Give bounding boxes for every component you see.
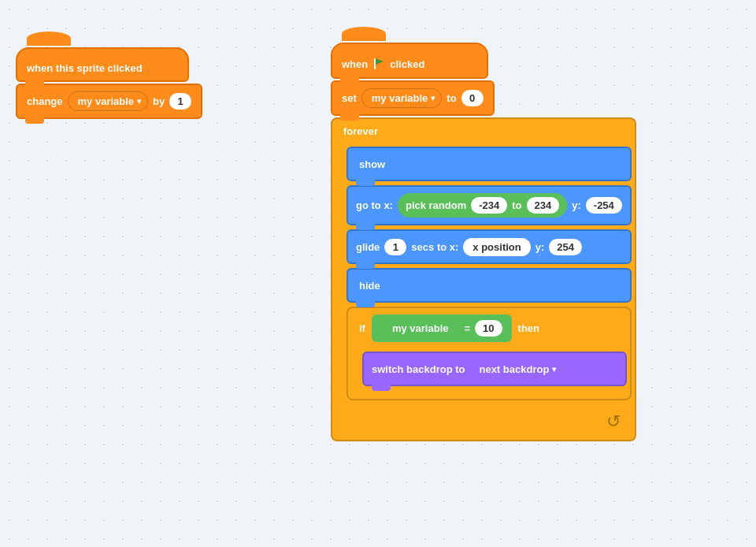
glide-y-input[interactable]: 254 — [549, 239, 582, 255]
switch-backdrop-label: switch backdrop to — [372, 363, 465, 375]
random-from-input[interactable]: -234 — [471, 197, 507, 214]
hide-block: hide — [346, 268, 632, 303]
to-label-set: to — [447, 92, 456, 104]
next-backdrop-dropdown[interactable]: next backdrop ▾ — [469, 360, 562, 378]
if-block: if my variable = 10 then — [346, 307, 632, 400]
set-value-input[interactable]: 0 — [461, 90, 484, 106]
when-flag-hat-label-clicked: clicked — [390, 58, 424, 70]
goto-y-input[interactable]: -254 — [586, 197, 622, 214]
glide-secs-input[interactable]: 1 — [384, 239, 406, 255]
forever-body: show go to x: pick random -234 to 234 y: — [331, 143, 636, 404]
switch-backdrop-block: switch backdrop to next backdrop ▾ — [362, 352, 627, 386]
go-to-block: go to x: pick random -234 to 234 y: -254 — [346, 185, 632, 225]
change-label: change — [27, 95, 63, 107]
glide-block: glide 1 secs to x: x position y: 254 — [346, 229, 632, 264]
svg-rect-0 — [374, 58, 376, 69]
flag-icon — [372, 57, 386, 71]
right-script: when clicked set my variable ▾ to 0 fore… — [331, 35, 636, 441]
if-header: if my variable = 10 then — [346, 307, 632, 348]
show-block: show — [346, 147, 632, 181]
to-label-random: to — [512, 199, 521, 211]
dropdown-arrow-set: ▾ — [431, 94, 435, 102]
svg-marker-1 — [376, 58, 384, 65]
then-label: then — [518, 322, 539, 334]
my-variable-dropdown-left[interactable]: my variable ▾ — [68, 91, 149, 111]
sprite-clicked-hat-label: when this sprite clicked — [27, 62, 143, 74]
condition-block: my variable = 10 — [372, 314, 512, 342]
pick-random-block: pick random -234 to 234 — [398, 193, 567, 218]
goto-y-label: y: — [572, 199, 581, 211]
if-body: switch backdrop to next backdrop ▾ — [346, 348, 632, 389]
set-label: set — [342, 92, 357, 104]
glide-secs-label: secs to x: — [411, 241, 458, 253]
repeat-arrow-icon: ↺ — [606, 411, 621, 432]
dropdown-arrow-left: ▾ — [137, 97, 141, 106]
my-variable-dropdown-set[interactable]: my variable ▾ — [361, 88, 443, 108]
glide-y-label: y: — [536, 241, 545, 253]
by-label: by — [153, 95, 165, 107]
change-value-input[interactable]: 1 — [169, 93, 191, 110]
x-position-oval: x position — [463, 238, 530, 256]
random-to-input[interactable]: 234 — [527, 197, 560, 214]
forever-footer: ↺ — [331, 404, 636, 441]
show-label: show — [359, 158, 385, 170]
forever-block: forever show go to x: pick random -234 t… — [331, 117, 636, 441]
when-flag-hat-label-when: when — [342, 58, 368, 70]
hide-label: hide — [359, 280, 380, 292]
dropdown-arrow-backdrop: ▾ — [552, 365, 556, 374]
goto-label: go to x: — [356, 199, 393, 211]
glide-label: glide — [356, 241, 380, 253]
equals-sign: = — [465, 322, 471, 334]
if-value-input[interactable]: 10 — [475, 320, 502, 337]
if-variable-oval: my variable — [381, 318, 460, 338]
forever-header: forever — [331, 117, 636, 143]
if-label: if — [359, 322, 365, 334]
left-script: when this sprite clicked change my varia… — [16, 39, 202, 119]
if-footer — [346, 389, 632, 400]
